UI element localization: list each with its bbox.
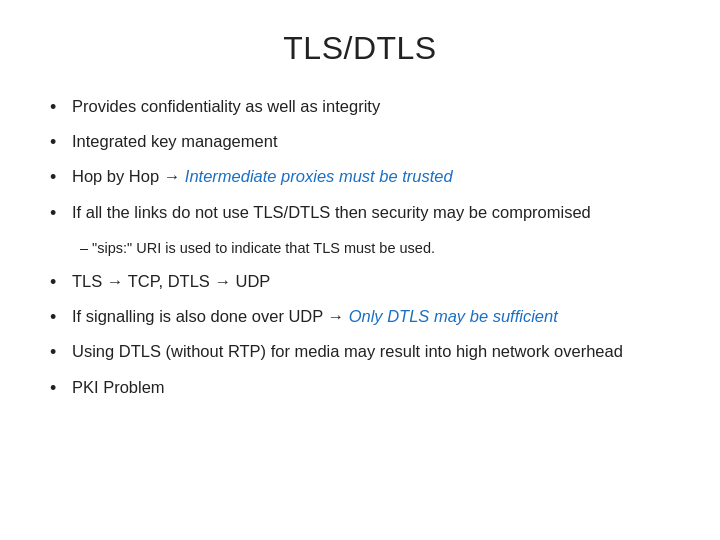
bullet-text: Hop by Hop → Intermediate proxies must b… — [72, 165, 453, 188]
slide-content: • Provides confidentiality as well as in… — [50, 95, 670, 510]
italic-text: Only DTLS may be sufficient — [349, 307, 558, 325]
bullet-text: Integrated key management — [72, 130, 277, 153]
bullet-icon: • — [50, 305, 72, 330]
bullet-text: Provides confidentiality as well as inte… — [72, 95, 380, 118]
bullet-icon: • — [50, 95, 72, 120]
list-item: • If all the links do not use TLS/DTLS t… — [50, 201, 670, 226]
bullet-text: PKI Problem — [72, 376, 165, 399]
top-bullet-list: • Provides confidentiality as well as in… — [50, 95, 670, 236]
bullet-text: TLS → TCP, DTLS → UDP — [72, 270, 270, 293]
list-item: • Using DTLS (without RTP) for media may… — [50, 340, 670, 365]
bullet-icon: • — [50, 201, 72, 226]
slide: TLS/DTLS • Provides confidentiality as w… — [0, 0, 720, 540]
list-item: • PKI Problem — [50, 376, 670, 401]
bullet-icon: • — [50, 376, 72, 401]
bullet-text: If all the links do not use TLS/DTLS the… — [72, 201, 591, 224]
list-item: • Provides confidentiality as well as in… — [50, 95, 670, 120]
bullet-icon: • — [50, 130, 72, 155]
sub-item: – "sips:" URI is used to indicate that T… — [80, 238, 670, 258]
bullet-icon: • — [50, 340, 72, 365]
bottom-bullet-list: • TLS → TCP, DTLS → UDP • If signalling … — [50, 270, 670, 411]
bullet-text: Using DTLS (without RTP) for media may r… — [72, 340, 623, 363]
italic-text: Intermediate proxies must be trusted — [185, 167, 453, 185]
sub-item-text: "sips:" URI is used to indicate that TLS… — [92, 240, 435, 256]
slide-title: TLS/DTLS — [50, 30, 670, 67]
bullet-icon: • — [50, 270, 72, 295]
list-item: • Hop by Hop → Intermediate proxies must… — [50, 165, 670, 190]
bullet-icon: • — [50, 165, 72, 190]
bullet-text: If signalling is also done over UDP → On… — [72, 305, 558, 328]
dash-icon: – — [80, 240, 92, 256]
list-item: • If signalling is also done over UDP → … — [50, 305, 670, 330]
list-item: • Integrated key management — [50, 130, 670, 155]
list-item: • TLS → TCP, DTLS → UDP — [50, 270, 670, 295]
